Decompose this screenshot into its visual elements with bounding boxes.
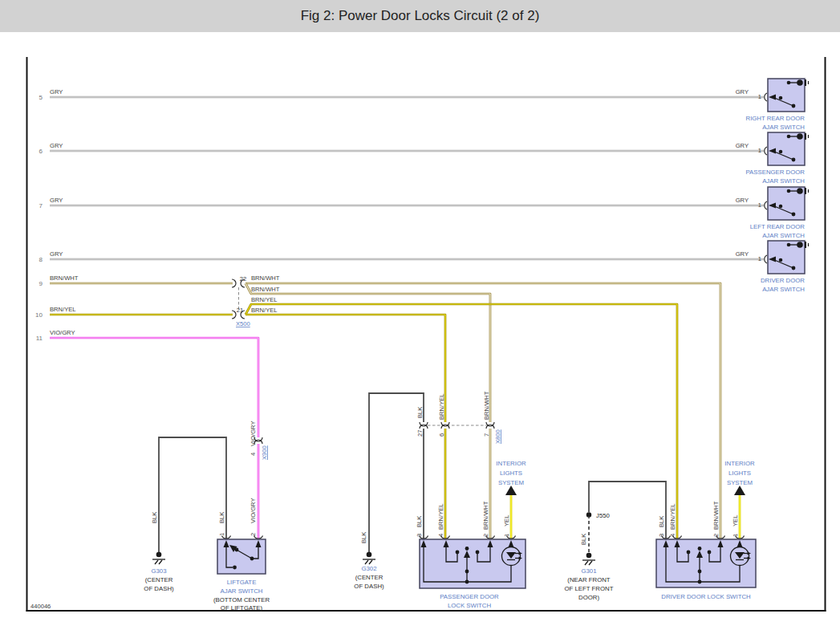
svg-text:G303: G303	[151, 567, 166, 575]
svg-text:SYSTEM: SYSTEM	[727, 479, 753, 486]
svg-text:VIO/GRY: VIO/GRY	[250, 421, 257, 446]
svg-text:SYSTEM: SYSTEM	[498, 479, 524, 486]
svg-text:(BOTTOM CENTER: (BOTTOM CENTER	[213, 596, 270, 604]
figure-title-bar: Fig 2: Power Door Locks Circuit (2 of 2)	[0, 0, 840, 32]
wire-brnyel-row-10	[50, 304, 677, 539]
figure-title: Fig 2: Power Door Locks Circuit (2 of 2)	[301, 8, 540, 24]
svg-text:BLK: BLK	[416, 407, 424, 418]
x800-pin-6: 6	[438, 433, 445, 437]
svg-text:OF DASH): OF DASH)	[144, 585, 174, 592]
liftgate-ajar-switch: BLK VIO/GRY 1 2 LIFTGATE AJAR SWITCH (BO…	[213, 498, 270, 612]
svg-text:(CENTER: (CENTER	[145, 576, 173, 583]
svg-text:GRY: GRY	[736, 142, 749, 149]
connector-x900-link[interactable]: X900	[261, 445, 268, 460]
svg-text:BRN/YEL: BRN/YEL	[251, 296, 278, 303]
svg-text:BRN/WHT: BRN/WHT	[251, 286, 280, 293]
svg-text:2: 2	[250, 533, 257, 536]
svg-text:YEL: YEL	[732, 515, 739, 526]
svg-text:BRN/WHT: BRN/WHT	[482, 501, 489, 530]
svg-text:AJAR SWITCH: AJAR SWITCH	[762, 177, 805, 185]
x900-pin-4: 4	[250, 453, 257, 456]
svg-text:1: 1	[758, 201, 761, 209]
wire-brnwht-row-9	[50, 283, 720, 539]
svg-text:YEL: YEL	[503, 515, 510, 526]
ground-g301: G301 (NEAR FRONT OF LEFT FRONT DOOR)	[565, 553, 614, 601]
svg-text:BLK: BLK	[658, 516, 665, 527]
svg-text:BRN/WHT: BRN/WHT	[50, 274, 79, 282]
svg-text:1: 1	[758, 93, 761, 100]
svg-text:GRY: GRY	[50, 88, 63, 96]
ajar-switch-left-rear: GRY 1 LEFT REAR DOOR AJAR SWITCH	[736, 187, 809, 239]
junction-j550-label: J550	[596, 512, 611, 519]
svg-text:PASSENGER DOOR: PASSENGER DOOR	[440, 593, 499, 600]
svg-text:GRY: GRY	[736, 88, 749, 96]
figure-id: 440046	[30, 603, 51, 610]
svg-text:GRY: GRY	[736, 197, 749, 204]
ajar-switch-passenger: GRY 1 PASSENGER DOOR AJAR SWITCH	[736, 132, 809, 185]
svg-text:(CENTER: (CENTER	[355, 574, 383, 581]
wiring-diagram-canvas: 440046 5 GRY 6 GRY 7 GRY 8 GRY	[0, 32, 840, 630]
svg-text:DRIVER DOOR: DRIVER DOOR	[761, 277, 805, 284]
svg-text:9: 9	[39, 280, 43, 287]
svg-text:BRN/WHT: BRN/WHT	[712, 501, 720, 530]
svg-text:BLK: BLK	[218, 512, 225, 523]
svg-text:8: 8	[39, 256, 43, 263]
wire-blk-g302	[369, 393, 424, 552]
svg-text:(NEAR FRONT: (NEAR FRONT	[567, 576, 611, 583]
svg-text:LOCK SWITCH: LOCK SWITCH	[448, 602, 491, 609]
svg-text:BLK: BLK	[151, 512, 158, 523]
x500-pin-21: 21	[237, 307, 243, 314]
wire-viogry-row-11	[50, 338, 258, 539]
svg-text:BLK: BLK	[416, 516, 423, 527]
svg-text:BRN/YEL: BRN/YEL	[437, 504, 444, 530]
svg-text:DRIVER DOOR LOCK SWITCH: DRIVER DOOR LOCK SWITCH	[661, 593, 750, 600]
svg-text:BRN/YEL: BRN/YEL	[438, 394, 445, 421]
svg-text:BRN/YEL: BRN/YEL	[50, 306, 76, 313]
svg-text:INTERIOR: INTERIOR	[724, 460, 755, 467]
svg-text:BLK: BLK	[360, 532, 367, 543]
svg-text:BRN/WHT: BRN/WHT	[251, 274, 280, 282]
svg-text:G302: G302	[361, 565, 376, 572]
wire-blk-g303	[159, 437, 226, 552]
svg-text:6: 6	[39, 148, 43, 155]
x800-pin-7: 7	[483, 433, 490, 437]
svg-text:GRY: GRY	[50, 142, 63, 149]
up-arrow-icon	[734, 486, 745, 495]
svg-text:5: 5	[39, 94, 43, 101]
connector-x500-link[interactable]: X500	[236, 320, 250, 327]
svg-text:AJAR SWITCH: AJAR SWITCH	[762, 286, 805, 293]
svg-text:PASSENGER DOOR: PASSENGER DOOR	[745, 169, 805, 176]
svg-text:AJAR SWITCH: AJAR SWITCH	[762, 124, 805, 131]
svg-text:BRN/YEL: BRN/YEL	[669, 504, 676, 530]
svg-text:BRN/YEL: BRN/YEL	[251, 307, 278, 314]
svg-text:7: 7	[39, 202, 43, 209]
diagram-frame	[26, 57, 826, 612]
svg-text:LIGHTS: LIGHTS	[500, 469, 522, 477]
ajar-switch-driver: GRY 1 DRIVER DOOR AJAR SWITCH	[736, 241, 809, 293]
svg-text:OF LIFTGATE): OF LIFTGATE)	[221, 604, 263, 612]
svg-text:GRY: GRY	[736, 250, 749, 258]
interior-lights-driver: INTERIOR LIGHTS SYSTEM YEL	[724, 460, 755, 539]
junction-j550-dot	[586, 512, 591, 517]
wire-blk-g301: J550 BLK	[580, 482, 666, 552]
x800-pin-27: 27	[416, 430, 424, 437]
svg-text:INTERIOR: INTERIOR	[496, 460, 526, 467]
svg-text:AJAR SWITCH: AJAR SWITCH	[221, 587, 263, 595]
svg-text:BRN/WHT: BRN/WHT	[483, 391, 490, 420]
svg-text:G301: G301	[581, 567, 596, 575]
svg-text:VIO/GRY: VIO/GRY	[50, 329, 75, 336]
svg-text:LIFTGATE: LIFTGATE	[227, 579, 257, 586]
svg-text:OF DASH): OF DASH)	[354, 583, 384, 590]
svg-text:LIGHTS: LIGHTS	[728, 469, 751, 477]
interior-lights-passenger: INTERIOR LIGHTS SYSTEM YEL	[496, 460, 526, 539]
svg-text:1: 1	[758, 147, 761, 154]
driver-door-lock-switch: BLK BRN/YEL BRN/WHT 3 4 2 1 DRIVER DO	[656, 501, 756, 600]
connector-x800-link[interactable]: X800	[494, 429, 501, 444]
ajar-switch-right-rear: GRY 1 RIGHT REAR DOOR AJAR SWITCH	[736, 79, 809, 131]
svg-text:VIO/GRY: VIO/GRY	[250, 498, 257, 523]
svg-text:OF LEFT FRONT: OF LEFT FRONT	[565, 585, 614, 592]
connector-x800: 27 6 7 BLK BRN/YEL BRN/WHT X800	[416, 391, 501, 444]
row-labels: 5 GRY 6 GRY 7 GRY 8 GRY 9 BRN/WHT 10 BRN…	[35, 88, 79, 342]
svg-text:11: 11	[36, 335, 43, 342]
x500-pin-22: 22	[240, 275, 246, 282]
